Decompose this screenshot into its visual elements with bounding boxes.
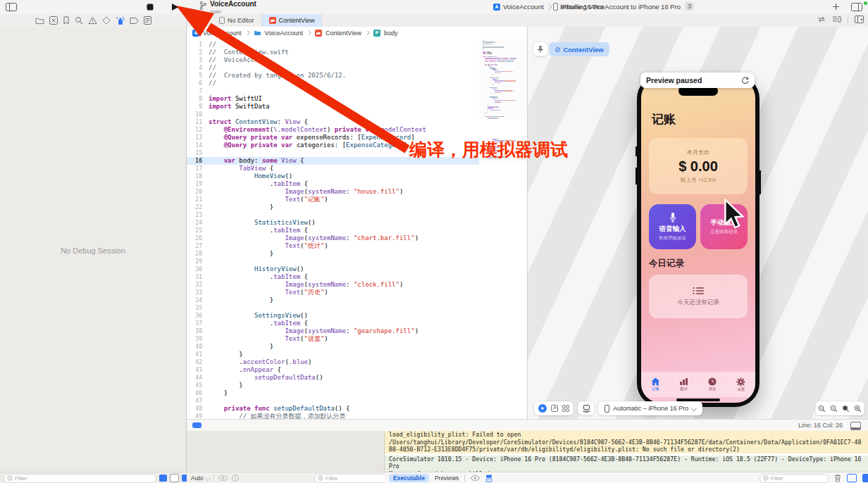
code-line[interactable]: 39 Text("设置") bbox=[187, 335, 479, 343]
pin-preview-button[interactable] bbox=[533, 42, 547, 56]
line-number[interactable]: 30 bbox=[187, 265, 209, 273]
filter-scope-icon[interactable] bbox=[159, 475, 167, 482]
line-number[interactable]: 7 bbox=[187, 87, 209, 95]
line-number[interactable]: 28 bbox=[187, 250, 209, 258]
line-number[interactable]: 37 bbox=[187, 320, 209, 327]
code-line[interactable]: 6// bbox=[187, 80, 479, 87]
line-number[interactable]: 14 bbox=[187, 142, 209, 149]
code-line[interactable]: 7 bbox=[187, 87, 479, 95]
line-number[interactable]: 31 bbox=[187, 273, 209, 281]
code-line[interactable]: 38 Image(systemName: "gearshape.fill") bbox=[187, 327, 479, 335]
code-line[interactable]: 12 @Environment(\.modelContext) private … bbox=[187, 126, 479, 134]
minimap-options-icon[interactable] bbox=[832, 15, 841, 23]
code-review-icon[interactable] bbox=[817, 16, 826, 23]
line-number[interactable]: 8 bbox=[187, 95, 209, 103]
line-number[interactable]: 42 bbox=[187, 358, 209, 366]
code-line[interactable]: 31 .tabItem { bbox=[187, 273, 479, 281]
code-line[interactable]: 24 StatisticsView() bbox=[187, 219, 479, 227]
code-line[interactable]: 47 bbox=[187, 397, 479, 405]
zoom-fit-icon[interactable] bbox=[842, 405, 850, 413]
info-icon[interactable] bbox=[232, 475, 239, 482]
zoom-out-icon[interactable] bbox=[818, 405, 826, 413]
code-line[interactable]: 18 HomeView() bbox=[187, 172, 479, 180]
device-settings-pill[interactable] bbox=[578, 401, 595, 415]
code-line[interactable]: 17 TabView { bbox=[187, 165, 479, 172]
code-line[interactable]: 45 } bbox=[187, 382, 479, 389]
refresh-icon[interactable] bbox=[741, 77, 749, 84]
code-line[interactable]: 19 .tabItem { bbox=[187, 180, 479, 188]
forward-chevron-icon[interactable] bbox=[200, 14, 213, 27]
line-number[interactable]: 17 bbox=[187, 165, 209, 172]
code-line[interactable]: 30 HistoryView() bbox=[187, 265, 479, 273]
code-line[interactable]: 41 } bbox=[187, 351, 479, 358]
code-line[interactable]: 3// VoiceAccount bbox=[187, 56, 479, 64]
line-number[interactable]: 22 bbox=[187, 203, 209, 211]
project-navigator-icon[interactable] bbox=[35, 17, 44, 25]
line-number[interactable]: 40 bbox=[187, 343, 209, 351]
executable-filter-button[interactable]: Executable bbox=[389, 474, 429, 482]
line-number[interactable]: 46 bbox=[187, 389, 209, 397]
line-number[interactable]: 19 bbox=[187, 180, 209, 188]
tab-no-editor[interactable]: No Editor bbox=[212, 14, 262, 27]
code-line[interactable]: 9import SwiftData bbox=[187, 103, 479, 111]
line-number[interactable]: 38 bbox=[187, 327, 209, 335]
line-number[interactable]: 25 bbox=[187, 227, 209, 234]
code-line[interactable]: 2// ContentView.swift bbox=[187, 49, 479, 56]
line-number[interactable]: 5 bbox=[187, 72, 209, 80]
line-number[interactable]: 48 bbox=[187, 405, 209, 413]
eye-icon[interactable] bbox=[471, 475, 480, 481]
code-line[interactable]: 36 SettingsView() bbox=[187, 312, 479, 320]
device-selector-dropdown[interactable]: Automatic – iPhone 16 Pro bbox=[598, 401, 702, 415]
code-line[interactable]: 10 bbox=[187, 111, 479, 118]
debug-breakpoint-pill[interactable] bbox=[192, 422, 202, 428]
console-pane-toggle-icon[interactable] bbox=[862, 474, 868, 482]
code-line[interactable]: 46 } bbox=[187, 389, 479, 397]
minimap[interactable] bbox=[479, 39, 527, 419]
line-number[interactable]: 34 bbox=[187, 296, 209, 304]
line-number[interactable]: 1 bbox=[187, 41, 209, 49]
breadcrumb-group[interactable]: VoiceAccount bbox=[265, 30, 304, 37]
zoom-actual-icon[interactable] bbox=[830, 405, 838, 413]
breadcrumb-file[interactable]: ContentView bbox=[326, 30, 361, 37]
code-line[interactable]: 34 } bbox=[187, 296, 479, 304]
line-number[interactable]: 44 bbox=[187, 374, 209, 382]
line-number[interactable]: 9 bbox=[187, 103, 209, 111]
code-line[interactable]: 4// bbox=[187, 64, 479, 72]
breakpoint-navigator-icon[interactable] bbox=[130, 17, 139, 25]
tab-contentview[interactable]: ContentView bbox=[262, 14, 323, 27]
code-line[interactable]: 23 bbox=[187, 211, 479, 219]
trash-icon[interactable] bbox=[834, 474, 841, 482]
line-number[interactable]: 26 bbox=[187, 234, 209, 242]
code-line[interactable]: 22 } bbox=[187, 203, 479, 211]
run-button[interactable] bbox=[171, 3, 179, 11]
code-line[interactable]: 37 .tabItem { bbox=[187, 320, 479, 327]
variables-pane-toggle-icon[interactable] bbox=[847, 474, 857, 482]
line-number[interactable]: 29 bbox=[187, 258, 209, 265]
code-line[interactable]: 26 Image(systemName: "chart.bar.fill") bbox=[187, 234, 479, 242]
code-line[interactable]: 21 Text("记账") bbox=[187, 196, 479, 203]
code-line[interactable]: 27 Text("统计") bbox=[187, 242, 479, 250]
code-line[interactable]: 33 Text("历史") bbox=[187, 289, 479, 296]
editor-layout-icon[interactable] bbox=[851, 3, 862, 11]
console-toggle-icon[interactable] bbox=[850, 422, 861, 430]
code-line[interactable]: 25 .tabItem { bbox=[187, 227, 479, 234]
line-number[interactable]: 15 bbox=[187, 149, 209, 157]
report-navigator-icon[interactable] bbox=[144, 16, 151, 25]
line-number[interactable]: 41 bbox=[187, 351, 209, 358]
line-number[interactable]: 12 bbox=[187, 126, 209, 134]
line-number[interactable]: 39 bbox=[187, 335, 209, 343]
code-line[interactable]: 40 } bbox=[187, 343, 479, 351]
code-line[interactable]: 42 .accentColor(.blue) bbox=[187, 358, 479, 366]
code-line[interactable]: 43 .onAppear { bbox=[187, 366, 479, 374]
breadcrumb-symbol[interactable]: body bbox=[384, 30, 398, 37]
bookmark-navigator-icon[interactable] bbox=[63, 16, 70, 25]
code-line[interactable]: 1// bbox=[187, 41, 479, 49]
search-navigator-icon[interactable] bbox=[75, 16, 83, 25]
line-number[interactable]: 4 bbox=[187, 64, 209, 72]
sidebar-toggle-icon[interactable] bbox=[6, 3, 17, 11]
code-line[interactable]: 32 Image(systemName: "clock.fill") bbox=[187, 281, 479, 289]
code-line[interactable]: 44 setupDefaultData() bbox=[187, 374, 479, 382]
phone-tab-chart[interactable]: 统计 bbox=[670, 377, 699, 391]
preview-target-chip[interactable]: ⊘ ContentView bbox=[549, 42, 609, 56]
code-line[interactable]: 8import SwiftUI bbox=[187, 95, 479, 103]
